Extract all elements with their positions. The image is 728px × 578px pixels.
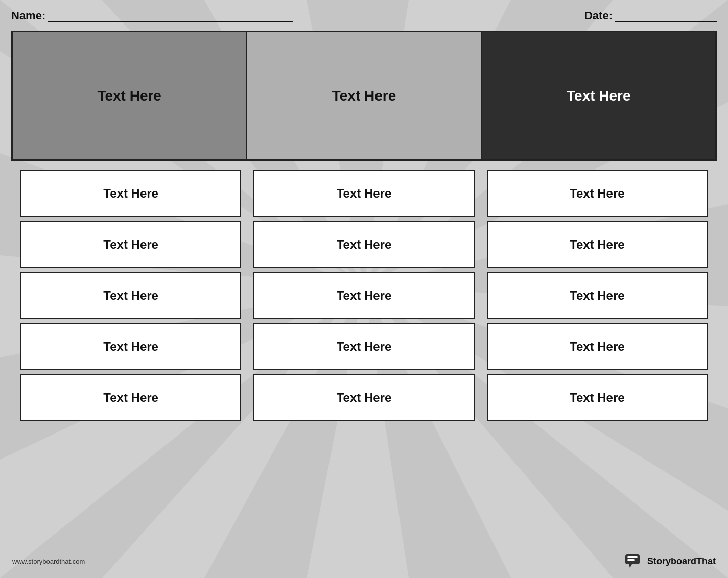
cell-2-5-text: Text Here xyxy=(337,391,392,405)
top-panel-2[interactable]: Text Here xyxy=(247,32,482,159)
cell-3-3-text: Text Here xyxy=(570,288,625,303)
footer-brand-name: StoryboardThat xyxy=(647,556,716,567)
cell-3-4-text: Text Here xyxy=(570,340,625,354)
footer-url: www.storyboardthat.com xyxy=(12,558,85,565)
grid-column-1: Text Here Text Here Text Here Text Here … xyxy=(11,170,247,421)
cell-3-5-text: Text Here xyxy=(570,391,625,405)
header-row: Name: Date: xyxy=(11,9,717,28)
cell-3-4[interactable]: Text Here xyxy=(487,323,708,370)
cell-1-2[interactable]: Text Here xyxy=(20,221,241,268)
date-line xyxy=(615,21,717,22)
cell-1-1[interactable]: Text Here xyxy=(20,170,241,217)
svg-rect-29 xyxy=(627,556,638,558)
cell-1-2-text: Text Here xyxy=(103,237,158,252)
top-panels: Text Here Text Here Text Here xyxy=(11,31,717,161)
grid-column-2: Text Here Text Here Text Here Text Here … xyxy=(247,170,480,421)
cell-2-4[interactable]: Text Here xyxy=(253,323,474,370)
name-field: Name: xyxy=(11,9,293,22)
storyboardthat-icon xyxy=(625,553,643,569)
cell-1-5-text: Text Here xyxy=(103,391,158,405)
cell-2-2[interactable]: Text Here xyxy=(253,221,474,268)
cell-1-4[interactable]: Text Here xyxy=(20,323,241,370)
top-panel-1-text: Text Here xyxy=(97,88,161,104)
cell-3-2-text: Text Here xyxy=(570,237,625,252)
cell-2-1-text: Text Here xyxy=(337,186,392,201)
cell-2-1[interactable]: Text Here xyxy=(253,170,474,217)
grid-column-3: Text Here Text Here Text Here Text Here … xyxy=(481,170,717,421)
date-field: Date: xyxy=(584,9,717,22)
svg-rect-30 xyxy=(627,559,635,561)
cell-3-3[interactable]: Text Here xyxy=(487,272,708,319)
cell-1-5[interactable]: Text Here xyxy=(20,374,241,421)
cell-3-1-text: Text Here xyxy=(570,186,625,201)
top-panel-3[interactable]: Text Here xyxy=(482,32,715,159)
cell-3-1[interactable]: Text Here xyxy=(487,170,708,217)
cell-1-4-text: Text Here xyxy=(103,340,158,354)
name-line xyxy=(48,21,293,22)
cell-3-2[interactable]: Text Here xyxy=(487,221,708,268)
top-panel-1[interactable]: Text Here xyxy=(13,32,247,159)
date-label: Date: xyxy=(584,9,613,22)
cell-2-5[interactable]: Text Here xyxy=(253,374,474,421)
cell-2-2-text: Text Here xyxy=(337,237,392,252)
cell-3-5[interactable]: Text Here xyxy=(487,374,708,421)
page-container: Name: Date: Text Here Text Here Text Her… xyxy=(0,0,728,578)
svg-marker-28 xyxy=(629,564,632,568)
footer: www.storyboardthat.com StoryboardThat xyxy=(11,550,717,569)
cell-1-3[interactable]: Text Here xyxy=(20,272,241,319)
cell-1-1-text: Text Here xyxy=(103,186,158,201)
cell-1-3-text: Text Here xyxy=(103,288,158,303)
footer-brand: StoryboardThat xyxy=(625,553,716,569)
top-panel-2-text: Text Here xyxy=(332,88,396,104)
cell-2-4-text: Text Here xyxy=(337,340,392,354)
name-label: Name: xyxy=(11,9,45,22)
cell-2-3-text: Text Here xyxy=(337,288,392,303)
bottom-grid: Text Here Text Here Text Here Text Here … xyxy=(11,170,717,550)
top-panel-3-text: Text Here xyxy=(567,88,631,104)
cell-2-3[interactable]: Text Here xyxy=(253,272,474,319)
